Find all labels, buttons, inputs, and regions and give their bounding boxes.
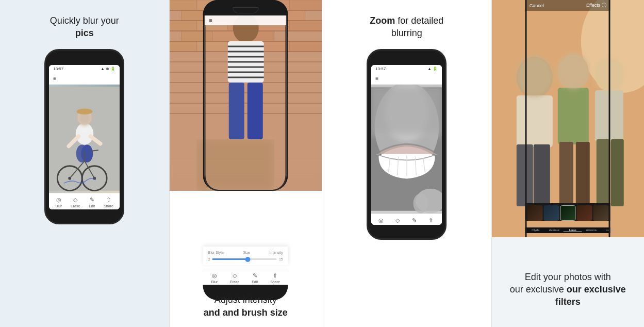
svg-point-6 <box>81 144 93 162</box>
panel-4-photo-area: Cancel Effects ⓘ Clyde Avenue Haas Arizo… <box>492 0 645 237</box>
bottom-nav-1: ◎ Blur ◇ Erase ✎ Edit ⇧ Share <box>49 193 120 209</box>
tab-erase-1[interactable]: ◇ Erase <box>71 197 80 208</box>
smile-photo <box>371 85 442 214</box>
filter-label-clyde[interactable]: Clyde <box>526 228 545 232</box>
svg-rect-37 <box>170 41 197 52</box>
size-slider-row: 2 15 <box>208 257 283 261</box>
svg-rect-41 <box>289 41 322 52</box>
phone-2-controls-area: Blur Style Size Intensity 2 15 <box>203 247 288 265</box>
filter-thumb-clyde[interactable] <box>527 205 543 221</box>
phone-2-bottom-nav: ◎ Blur ◇ Erase ✎ Edit ⇧ Share <box>203 269 288 286</box>
tab-edit-1[interactable]: ✎ Edit <box>89 197 95 208</box>
phone-notch-1 <box>72 54 97 61</box>
feature-panel-4: Cancel Effects ⓘ Clyde Avenue Haas Arizo… <box>492 0 645 327</box>
tab-blur-3[interactable]: ◎ Blur <box>378 217 384 225</box>
phone-screen-1: 13:57 ▲ ⊕ 🔋 ≡ <box>49 65 120 209</box>
phone-mockup-3: 13:57 ▲ 🔋 ≡ <box>367 49 447 240</box>
tab-share-3[interactable]: ⇧ Share <box>426 217 436 225</box>
status-bar-1: 13:57 ▲ ⊕ 🔋 <box>49 65 120 73</box>
slider-track[interactable] <box>212 258 277 260</box>
controls-label-row: Blur Style Size Intensity <box>208 251 283 254</box>
feature-panel-3: Zoom for detailed blurring 13:57 ▲ 🔋 ≡ <box>322 0 491 327</box>
caption-3: Zoom for detailed blurring <box>370 14 443 40</box>
caption-4: Edit your photos with our exclusive our … <box>492 246 645 327</box>
phone-mockup-1: 13:57 ▲ ⊕ 🔋 ≡ <box>44 49 124 224</box>
tab-blur-2[interactable]: ◎ Blur <box>211 272 218 284</box>
caption-2: Adjust intensity and and brush size <box>170 293 322 319</box>
panel-2-full-image: ≡ <box>170 0 322 191</box>
bottom-nav-3: ◎ Blur ◇ Erase ✎ Edit ⇧ Share <box>371 214 442 225</box>
phone-1-photo <box>49 85 120 193</box>
caption-1: Quickly blur your pics <box>50 14 119 40</box>
svg-point-77 <box>414 193 428 213</box>
menu-bar-3: ≡ <box>371 73 442 85</box>
tab-share-2[interactable]: ⇧ Share <box>270 272 280 284</box>
svg-point-2 <box>76 123 93 144</box>
bike-scene-svg <box>49 85 120 193</box>
filter-labels-strip: Clyde Avenue Haas Arizona Lucky <box>525 227 610 233</box>
svg-rect-66 <box>196 139 274 191</box>
filter-label-lucky[interactable]: Lucky <box>601 228 619 232</box>
filter-thumb-arizona[interactable] <box>577 205 592 221</box>
phone-screen-3: 13:57 ▲ 🔋 ≡ <box>371 65 442 225</box>
svg-rect-33 <box>289 21 322 31</box>
feature-panel-1: Quickly blur your pics 13:57 ▲ ⊕ 🔋 ≡ <box>0 0 169 327</box>
phone-notch-3 <box>394 54 420 61</box>
svg-rect-96 <box>492 0 645 237</box>
filter-label-avenue[interactable]: Avenue <box>545 228 564 232</box>
phone-2-notch <box>233 7 258 13</box>
tab-erase-3[interactable]: ◇ Erase <box>393 217 402 225</box>
svg-rect-20 <box>170 0 197 10</box>
svg-rect-24 <box>289 0 322 10</box>
filter-label-haas[interactable]: Haas <box>564 228 582 232</box>
tab-blur-1[interactable]: ◎ Blur <box>56 197 62 208</box>
tab-edit-2[interactable]: ✎ Edit <box>252 272 258 284</box>
filter-thumb-lucky[interactable] <box>593 205 609 221</box>
filter-label-arizona[interactable]: Arizona <box>582 228 601 232</box>
filter-thumb-avenue[interactable] <box>544 205 559 221</box>
feature-panel-2: ≡ Blur Style Size Intensity 2 15 ◎ Blur … <box>170 0 322 327</box>
svg-rect-29 <box>170 21 197 31</box>
smile-bw-svg <box>371 85 442 214</box>
tab-erase-2[interactable]: ◇ Erase <box>230 272 239 284</box>
svg-rect-38 <box>196 41 227 52</box>
svg-point-18 <box>77 108 93 114</box>
man-brick-wall-svg <box>170 0 322 191</box>
phone-2-menubar: ≡ <box>205 15 286 25</box>
svg-rect-78 <box>371 87 442 132</box>
tab-share-1[interactable]: ⇧ Share <box>104 197 113 208</box>
filter-thumb-haas[interactable] <box>560 205 576 221</box>
slider-thumb[interactable] <box>245 257 251 262</box>
tab-edit-3[interactable]: ✎ Edit <box>411 217 417 225</box>
family-photo-svg <box>492 0 645 237</box>
filter-thumbnails-strip <box>525 203 610 221</box>
phone-2-topbar <box>203 0 288 15</box>
svg-rect-34 <box>181 31 212 41</box>
status-bar-3: 13:57 ▲ 🔋 <box>371 65 442 73</box>
phone-4-topbar-overlay: Cancel Effects ⓘ <box>525 0 610 11</box>
menu-bar-1: ≡ <box>49 73 120 85</box>
